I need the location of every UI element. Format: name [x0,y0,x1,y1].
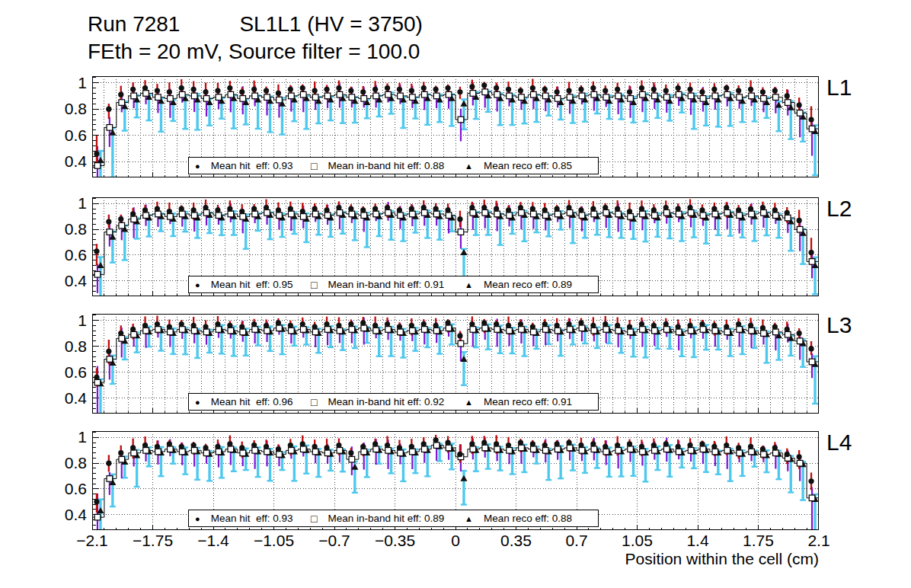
panel-label-L1: L1 [826,75,852,101]
legend-L4: ●Mean hit eff: 0.93□Mean in-band hit eff… [188,510,599,527]
x-tick-label: −2.1 [76,532,107,550]
legend-L2: ●Mean hit eff: 0.95□Mean in-band hit eff… [188,276,599,293]
filled-triangle-icon: ▲ [465,280,473,289]
panel-L4: ●Mean hit eff: 0.93□Mean in-band hit eff… [92,431,819,530]
legend-entry-inband: □Mean in-band hit eff: 0.89 [311,513,444,525]
legend-entry-hit: ●Mean hit eff: 0.93 [195,513,292,524]
legend-label: Mean hit eff: 0.95 [211,279,293,290]
legend-label: Mean in-band hit eff: 0.89 [328,513,444,524]
x-tick-label: 1.05 [622,532,653,550]
filled-circle-icon: ● [195,280,200,289]
y-tick-label: 0.8 [47,337,87,356]
legend-label: Mean hit eff: 0.93 [211,160,293,171]
legend-label: Mean in-band hit eff: 0.91 [328,279,444,290]
panel-L3: ●Mean hit eff: 0.96□Mean in-band hit eff… [92,314,819,414]
legend-entry-reco: ▲Mean reco eff: 0.91 [465,396,572,407]
x-tick-label: −1.75 [133,532,173,550]
x-tick-label: 1.4 [686,532,708,550]
filled-triangle-icon: ▲ [465,161,473,171]
y-tick-label: 1 [47,74,87,92]
y-tick-label: 0.6 [47,480,87,498]
y-tick-label: 0.4 [47,506,87,524]
y-tick-label: 0.6 [47,363,87,382]
x-tick-label: 2.1 [807,532,829,550]
y-tick-label: 0.4 [47,389,87,407]
legend-label: Mean in-band hit eff: 0.88 [328,160,444,171]
y-tick-label: 0.8 [47,454,87,472]
x-tick-label: −0.7 [318,532,350,550]
x-tick-label: −0.35 [375,532,415,550]
open-square-icon: □ [311,513,317,525]
chart-subtitle: FEth = 20 mV, Source filter = 100.0 [88,40,420,64]
y-tick-label: 0.6 [47,246,87,264]
panel-label-L4: L4 [826,430,852,455]
y-tick-label: 0.8 [47,220,87,238]
y-tick-label: 1 [47,428,87,446]
legend-entry-reco: ▲Mean reco eff: 0.88 [465,513,572,524]
chart-title: Run 7281 SL1L1 (HV = 3750) [88,12,423,37]
title-chamber: SL1L1 (HV = 3750) [239,12,423,37]
x-tick-label: 1.75 [743,532,774,550]
panel-L2: ●Mean hit eff: 0.95□Mean in-band hit eff… [92,197,819,296]
legend-label: Mean reco eff: 0.88 [484,513,572,524]
open-square-icon: □ [311,160,317,172]
x-tick-label: 0.35 [500,532,532,550]
legend-label: Mean hit eff: 0.96 [211,396,293,407]
open-square-icon: □ [311,279,317,291]
filled-circle-icon: ● [195,161,200,171]
filled-circle-icon: ● [195,398,200,407]
x-tick-label: −1.05 [254,532,294,550]
legend-entry-hit: ●Mean hit eff: 0.95 [195,279,292,290]
legend-L3: ●Mean hit eff: 0.96□Mean in-band hit eff… [188,393,599,411]
panel-L1: ●Mean hit eff: 0.93□Mean in-band hit eff… [92,76,819,177]
x-tick-label: 0 [451,532,460,550]
legend-entry-reco: ▲Mean reco eff: 0.85 [465,160,572,171]
legend-entry-inband: □Mean in-band hit eff: 0.92 [311,396,444,408]
x-tick-label: −1.4 [197,532,229,550]
legend-label: Mean reco eff: 0.85 [484,160,572,171]
legend-label: Mean hit eff: 0.93 [211,513,293,524]
panel-label-L3: L3 [826,312,852,338]
y-tick-label: 0.4 [47,272,87,290]
y-tick-label: 0.8 [47,100,87,118]
y-tick-label: 0.6 [47,126,87,145]
x-tick-label: 0.7 [565,532,587,550]
legend-entry-hit: ●Mean hit eff: 0.93 [195,160,292,171]
legend-label: Mean reco eff: 0.89 [484,279,572,290]
open-square-icon: □ [311,396,317,408]
legend-label: Mean in-band hit eff: 0.92 [328,396,444,407]
filled-triangle-icon: ▲ [465,398,473,407]
title-run: Run 7281 [88,12,180,37]
x-axis-title: Position within the cell (cm) [625,550,819,568]
legend-entry-reco: ▲Mean reco eff: 0.89 [465,279,572,290]
panel-label-L2: L2 [826,196,852,222]
legend-entry-hit: ●Mean hit eff: 0.96 [195,396,292,407]
y-tick-label: 0.4 [47,152,87,171]
legend-L1: ●Mean hit eff: 0.93□Mean in-band hit eff… [188,157,599,174]
legend-entry-inband: □Mean in-band hit eff: 0.88 [311,160,444,172]
root-canvas: Run 7281 SL1L1 (HV = 3750) FEth = 20 mV,… [0,0,911,588]
y-tick-label: 1 [47,194,87,213]
filled-circle-icon: ● [195,514,200,523]
legend-label: Mean reco eff: 0.91 [484,396,572,407]
filled-triangle-icon: ▲ [465,514,473,523]
legend-entry-inband: □Mean in-band hit eff: 0.91 [311,279,444,291]
y-tick-label: 1 [47,312,87,330]
